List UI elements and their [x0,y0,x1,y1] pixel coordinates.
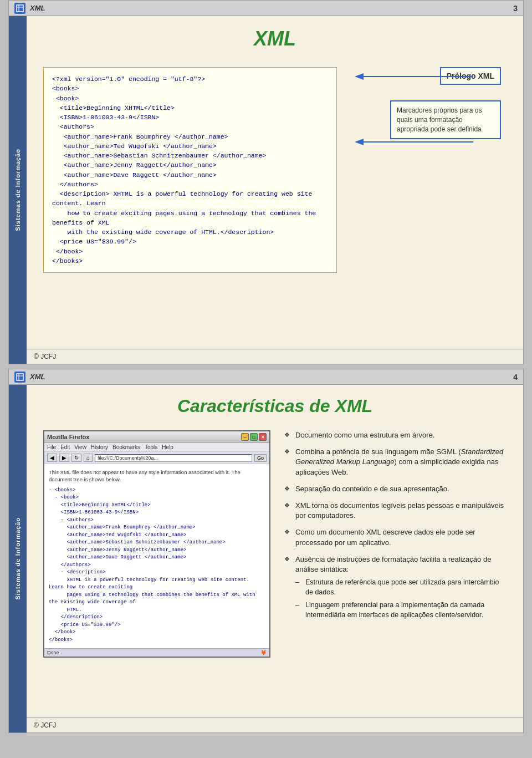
bullet-4-text: XML torna os documentos legíveis pelas p… [295,501,504,520]
ff-maximize-btn[interactable]: □ [250,433,258,441]
sub-bullet-1: Estrutura de referência que pode ser uti… [295,578,507,597]
code-box: <?xml version="1.0" encoding = "utf-8"?>… [43,67,337,273]
bullet-5: Como um documento XML descreve dados ele… [284,527,507,547]
ff-title: Mozilla Firefox [47,434,89,440]
topbar-1: XML 3 [9,1,523,16]
xml-line-1: <?xml version="1.0" encoding = "utf-8"?> [52,75,205,83]
bullet-2: Combina a potência de sua linguagem mãe … [284,447,507,477]
xml-line-15: with the existing wide coverage of HTML.… [52,228,274,236]
xml-line-11: <author_name>Dave Raggett </author_name> [52,171,217,179]
callout-prologo-text: Prólogo XML [447,72,494,80]
topbar-icon-1 [14,3,25,14]
ff-back-btn[interactable]: ◀ [47,454,57,462]
bullet-2-text: Combina a potência de sua linguagem mãe … [295,447,503,476]
slide1-content: XML <?xml version="1.0" encoding = "utf-… [27,16,523,349]
ff-menu-bookmarks[interactable]: Bookmarks [112,444,140,450]
ff-body: This XML file does not appear to have an… [44,464,269,648]
xml-line-6: <authors> [52,123,94,130]
ff-menu-history[interactable]: History [91,444,108,450]
sub-bullet-1-text: Estrutura de referência que pode ser uti… [305,578,499,596]
svg-rect-5 [17,374,23,380]
slide2-footer-text: © JCFJ [34,721,56,729]
ff-menu-edit[interactable]: Edit [60,444,70,450]
side-label-1: Sistemas de Informação [9,16,27,364]
topbar-icon-2 [14,372,25,383]
xml-line-13: <description> XHTML is a powerful techno… [52,190,312,207]
xml-line-9: <author_name>Sebastian Schnitzenbaumer <… [52,152,266,159]
ff-statusbar: Done 🦊 [44,648,269,657]
ff-menu-tools[interactable]: Tools [145,444,157,450]
xml-line-3: <book> [52,95,79,102]
ff-menubar: File Edit View History Bookmarks Tools H… [44,443,269,452]
side-label-2: Sistemas de Informação [9,385,27,732]
topbar-title-1: XML [30,4,45,12]
callout-prologo: Prólogo XML [440,67,501,85]
ff-reload-btn[interactable]: ↻ [71,454,81,462]
ff-home-btn[interactable]: ⌂ [84,454,93,462]
slide2-title: Características de XML [43,396,507,416]
bullet-4: XML torna os documentos legíveis pelas p… [284,501,507,521]
sub-bullet-2-text: Linguagem preferencial para a implementa… [305,601,484,619]
topbar-title-2: XML [30,373,45,381]
topbar-left-2: XML [14,372,45,383]
xml-line-17: </book> [52,248,83,255]
slide1-title: XML [43,27,507,50]
callout-marcadores: Marcadores próprios para os quais uma fo… [390,100,501,139]
topbar-num-1: 3 [513,4,518,13]
sub-bullet-2: Linguagem preferencial para a implementa… [295,601,507,620]
slide2-main: Mozilla Firefox ─ □ ✕ File Edit View His… [43,430,507,658]
ff-toolbar: ◀ ▶ ↻ ⌂ file:///C:/Documents%20a... Go [44,452,269,464]
xml-line-10: <author_name>Jenny Raggett</author_name> [52,161,217,169]
ff-window-controls: ─ □ ✕ [241,433,267,441]
bullet-5-text: Como um documento XML descreve dados ele… [295,528,475,546]
xml-line-8: <author_name>Ted Wugofski </author_name> [52,143,217,150]
ff-menu-view[interactable]: View [74,444,86,450]
slide-2: XML 4 Sistemas de Informação Característ… [8,369,524,733]
xml-line-18: </books> [52,257,83,264]
xml-line-7: <author_name>Frank Boumphrey </author_na… [52,133,228,140]
ff-status-icon: 🦊 [260,650,267,655]
slide2-content: Características de XML Mozilla Firefox ─… [27,385,523,718]
bullet-list: Documento como uma estrutura em árvore. … [284,430,507,627]
topbar-num-2: 4 [513,373,518,381]
bullet-6: Ausência de instruções de formatação fac… [284,554,507,620]
slide1-footer: © JCFJ [9,349,523,364]
sub-bullet-list: Estrutura de referência que pode ser uti… [295,578,507,620]
ff-minimize-btn[interactable]: ─ [241,433,249,441]
topbar-left-1: XML [14,3,45,14]
topbar-2: XML 4 [9,369,523,385]
xml-line-12: </authors> [52,181,98,188]
xml-line-5: <ISBN>1-861003-43-9</ISBN> [52,114,159,121]
firefox-window[interactable]: Mozilla Firefox ─ □ ✕ File Edit View His… [43,430,270,658]
ff-intro-text: This XML file does not appear to have an… [49,469,265,484]
slide1-footer-text: © JCFJ [34,353,56,360]
xml-line-4: <title>Beginning XHTML</title> [52,104,175,111]
ff-address-bar[interactable]: file:///C:/Documents%20a... [95,454,252,462]
callout-marcadores-text: Marcadores próprios para os quais uma fo… [397,106,482,133]
ff-close-btn[interactable]: ✕ [259,433,267,441]
bullet-3-text: Separação do conteúdo e de sua apresenta… [295,485,449,493]
bullet-1: Documento como uma estrutura em árvore. [284,430,507,440]
ff-status-text: Done [47,650,59,655]
ff-menu-file[interactable]: File [47,444,56,450]
ff-xml-content: - <books> - <book> <title>Beginning XHTM… [49,487,265,644]
xml-line-16: <price US="$39.99"/> [52,238,136,245]
bullet-6-text: Ausência de instruções de formatação fac… [295,555,491,573]
slide-1: XML 3 Sistemas de Informação XML <?xml v… [8,0,524,364]
ff-menu-help[interactable]: Help [162,444,173,450]
bullet-1-text: Documento como uma estrutura em árvore. [295,431,434,439]
side-label-text-2: Sistemas de Informação [14,517,21,600]
ff-go-btn[interactable]: Go [254,454,267,462]
xml-line-2: <books> [52,85,79,92]
xml-line-14: how to create exciting pages using a tec… [52,210,316,226]
ff-forward-btn[interactable]: ▶ [59,454,69,462]
slide2-footer: © JCFJ [9,718,523,732]
bullet-3: Separação do conteúdo e de sua apresenta… [284,484,507,494]
ff-titlebar: Mozilla Firefox ─ □ ✕ [44,431,269,443]
svg-rect-0 [17,5,23,12]
side-label-text-1: Sistemas de Informação [14,149,21,231]
